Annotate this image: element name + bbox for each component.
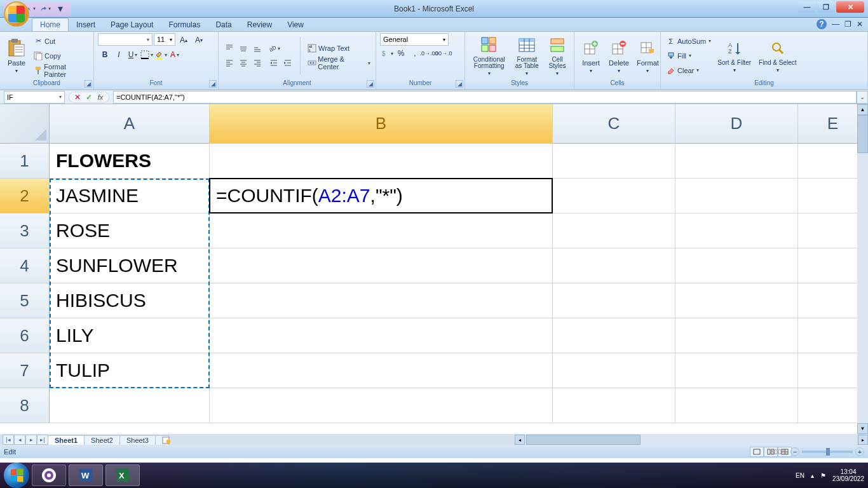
row-header-7[interactable]: 7: [0, 353, 50, 388]
qat-redo-icon[interactable]: [39, 3, 51, 15]
tab-home[interactable]: Home: [32, 18, 69, 31]
scroll-up-button[interactable]: ▲: [857, 104, 868, 115]
cell-C4[interactable]: [553, 248, 675, 283]
align-center-button[interactable]: [236, 56, 250, 70]
formula-bar-expand[interactable]: ⌄: [857, 91, 868, 104]
office-button[interactable]: [4, 1, 29, 27]
scroll-thumb[interactable]: [857, 115, 868, 153]
row-header-4[interactable]: 4: [0, 248, 50, 283]
tray-clock[interactable]: 13:04 23/09/2022: [832, 468, 864, 482]
sheet-nav-prev[interactable]: ◂: [14, 435, 25, 445]
align-bottom-button[interactable]: [250, 41, 264, 55]
alignment-launcher[interactable]: ◢: [367, 80, 374, 88]
sort-filter-button[interactable]: AZSort & Filter▾: [715, 37, 754, 74]
tray-lang[interactable]: EN: [796, 472, 804, 479]
cell-A7[interactable]: TULIP: [50, 353, 210, 388]
clear-button[interactable]: Clear: [665, 64, 712, 78]
cell-D8[interactable]: [675, 388, 798, 423]
sheet-tab-sheet1[interactable]: Sheet1: [48, 435, 85, 445]
tab-page-layout[interactable]: Page Layout: [103, 18, 161, 31]
increase-indent-button[interactable]: [281, 56, 295, 70]
fill-color-button[interactable]: [154, 48, 168, 62]
tray-chevron-icon[interactable]: ▴: [811, 472, 814, 479]
font-launcher[interactable]: ◢: [209, 80, 217, 88]
merge-center-button[interactable]: Merge & Center: [306, 56, 372, 70]
accounting-format-button[interactable]: $: [380, 46, 394, 60]
select-all-corner[interactable]: [0, 104, 50, 144]
cell-A2[interactable]: JASMINE: [50, 179, 210, 214]
taskbar-app-word[interactable]: W: [69, 464, 103, 486]
autosum-button[interactable]: ΣAutoSum: [665, 34, 712, 48]
tab-view[interactable]: View: [280, 18, 311, 31]
cell-B6[interactable]: [210, 318, 553, 353]
cell-B1[interactable]: [210, 144, 553, 179]
cell-B8[interactable]: [210, 388, 553, 423]
row-header-2[interactable]: 2: [0, 179, 50, 214]
tab-insert[interactable]: Insert: [69, 18, 103, 31]
cell-C7[interactable]: [553, 353, 675, 388]
column-header-A[interactable]: A: [50, 104, 210, 144]
cell-A4[interactable]: SUNFLOWER: [50, 248, 210, 283]
cell-C1[interactable]: [553, 144, 675, 179]
tab-review[interactable]: Review: [240, 18, 280, 31]
spreadsheet-grid[interactable]: ABCDE 12345678 FLOWERSJASMINEROSESUNFLOW…: [0, 104, 868, 434]
wrap-text-button[interactable]: abcWrap Text: [306, 41, 372, 55]
format-cells-button[interactable]: Format▾: [634, 36, 661, 75]
row-header-3[interactable]: 3: [0, 214, 50, 248]
sheet-nav-next[interactable]: ▸: [25, 435, 37, 445]
decrease-indent-button[interactable]: [267, 56, 281, 70]
formula-cancel-button[interactable]: ✕: [72, 93, 83, 102]
cell-D6[interactable]: [675, 318, 798, 353]
cell-styles-button[interactable]: Cell Styles▾: [545, 34, 570, 78]
sheet-nav-last[interactable]: ▸|: [37, 435, 48, 445]
insert-cells-button[interactable]: Insert▾: [578, 36, 604, 75]
horizontal-scrollbar[interactable]: [526, 435, 857, 445]
align-left-button[interactable]: [222, 56, 236, 70]
cell-C6[interactable]: [553, 318, 675, 353]
qat-customize-icon[interactable]: ▾: [55, 3, 66, 15]
taskbar-app-excel[interactable]: X: [105, 464, 140, 486]
paste-button[interactable]: Paste▾: [4, 36, 29, 75]
border-button[interactable]: [140, 48, 154, 62]
hscroll-right-button[interactable]: ▸: [858, 435, 868, 445]
copy-button[interactable]: Copy: [32, 49, 90, 63]
window-close-button[interactable]: ✕: [836, 1, 864, 13]
zoom-slider[interactable]: [802, 451, 853, 453]
row-header-6[interactable]: 6: [0, 318, 50, 353]
row-header-5[interactable]: 5: [0, 283, 50, 318]
conditional-formatting-button[interactable]: Conditional Formatting▾: [469, 34, 510, 78]
cell-D5[interactable]: [675, 283, 798, 318]
underline-button[interactable]: U: [126, 48, 140, 62]
orientation-button[interactable]: ab: [267, 41, 281, 55]
number-format-combo[interactable]: General▾: [380, 33, 449, 46]
zoom-out-button[interactable]: −: [790, 447, 799, 456]
format-painter-button[interactable]: Format Painter: [32, 64, 90, 78]
cell-C2[interactable]: [553, 179, 675, 214]
cell-C8[interactable]: [553, 388, 675, 423]
row-header-8[interactable]: 8: [0, 388, 50, 423]
zoom-in-button[interactable]: +: [855, 447, 864, 456]
delete-cells-button[interactable]: Delete▾: [606, 36, 632, 75]
cell-C3[interactable]: [553, 214, 675, 248]
view-normal-button[interactable]: [750, 447, 764, 457]
cell-A8[interactable]: [50, 388, 210, 423]
find-select-button[interactable]: Find & Select▾: [756, 37, 799, 74]
row-header-1[interactable]: 1: [0, 144, 50, 179]
cell-B7[interactable]: [210, 353, 553, 388]
cut-button[interactable]: ✂Cut: [32, 34, 90, 48]
tab-formulas[interactable]: Formulas: [161, 18, 208, 31]
shrink-font-button[interactable]: A▾: [192, 33, 206, 47]
sheet-tab-sheet2[interactable]: Sheet2: [84, 435, 120, 445]
align-right-button[interactable]: [250, 56, 264, 70]
cell-D2[interactable]: [675, 179, 798, 214]
help-icon[interactable]: ?: [817, 19, 827, 29]
font-name-combo[interactable]: ▾: [98, 33, 153, 46]
ribbon-minimize-icon[interactable]: —: [832, 20, 839, 29]
window-minimize-button[interactable]: —: [798, 1, 816, 13]
column-header-D[interactable]: D: [675, 104, 798, 144]
cell-C5[interactable]: [553, 283, 675, 318]
cell-B4[interactable]: [210, 248, 553, 283]
scroll-down-button[interactable]: ▼: [857, 423, 868, 434]
cell-A6[interactable]: LILY: [50, 318, 210, 353]
doc-close-icon[interactable]: ✕: [857, 20, 863, 29]
